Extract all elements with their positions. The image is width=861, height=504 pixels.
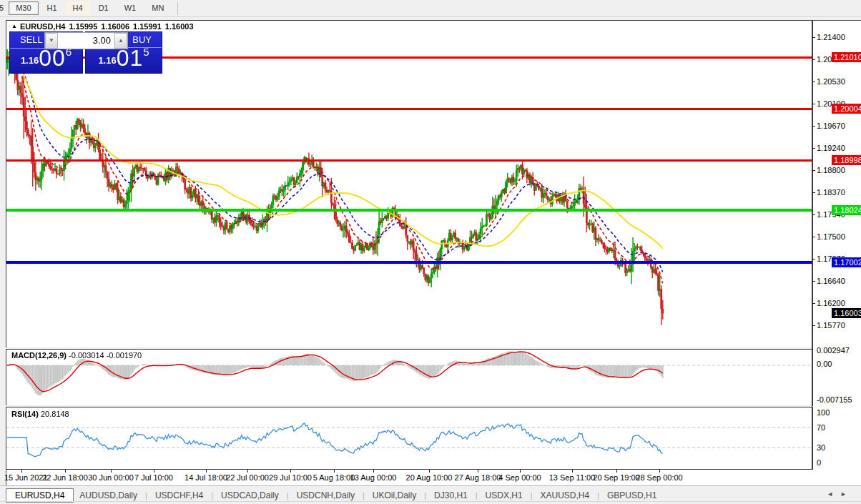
tab-gbpusd-h1[interactable]: GBPUSD,H1 — [606, 489, 658, 502]
title-marker-icon: ▲ — [11, 23, 17, 29]
price-tick-label: 1.16640 — [817, 277, 845, 285]
price-axis-line — [812, 20, 812, 469]
title-open: 1.15995 — [69, 22, 98, 31]
tab-usdx-h1[interactable]: USDX,H1 — [484, 489, 524, 502]
date-tick-label: 22 Jul 00:00 — [226, 473, 269, 482]
price-tick — [812, 325, 815, 326]
date-tick — [21, 470, 22, 473]
price-tick-label: 1.18370 — [817, 188, 845, 197]
tab-separator: | — [424, 491, 426, 500]
sell-price-prefix: 1.16 — [21, 55, 39, 66]
toolbar-timeframe-d1[interactable]: D1 — [92, 1, 116, 15]
tab-separator: | — [211, 491, 213, 500]
buy-price-sup: 5 — [143, 46, 149, 58]
tab-separator: | — [597, 491, 599, 500]
tab-separator: | — [476, 491, 478, 500]
price-tick — [812, 37, 815, 38]
macd-scale-label: 0.002947 — [817, 346, 850, 355]
tab-separator: | — [287, 491, 289, 500]
tab-separator: | — [531, 491, 533, 500]
buy-price-prefix: 1.16 — [98, 55, 116, 66]
tab-ukoil-daily[interactable]: UKOil,Daily — [371, 489, 418, 502]
date-tick-label: 20 Sep 19:00 — [593, 473, 639, 482]
rsi-scale-label: 30 — [817, 443, 825, 452]
horizontal-level-line-1.18024[interactable] — [6, 209, 812, 212]
tabbar-divider — [0, 501, 861, 502]
tab-usdchf-h4[interactable]: USDCHF,H4 — [154, 489, 205, 502]
toolbar-timeframe-5[interactable]: 5 — [0, 1, 7, 15]
rsi-scale-label: 0 — [817, 458, 821, 467]
price-tick — [812, 59, 815, 60]
volume-spinner: ▼ 3.00 ▲ — [44, 32, 128, 49]
tab-eurusd-h4[interactable]: EURUSD,H4 — [6, 488, 74, 503]
price-tick — [812, 214, 815, 215]
tab-usdcnh-daily[interactable]: USDCNH,Daily — [295, 489, 356, 502]
price-tick-label: 1.21400 — [817, 33, 845, 41]
tab-separator: | — [363, 491, 365, 500]
price-tick — [812, 148, 815, 149]
tab-scroll-right-icon[interactable]: ► — [840, 490, 854, 498]
date-tick — [247, 470, 248, 473]
toolbar-timeframe-w1[interactable]: W1 — [117, 1, 144, 15]
price-tick-label: 1.17500 — [817, 232, 845, 241]
macd-scale-label: 0.00 — [817, 360, 832, 368]
volume-increase-button[interactable]: ▲ — [114, 33, 127, 49]
one-click-trading-panel: SELL 1.16006 BUY 1.16015 ▼ 3.00 ▲ — [9, 31, 162, 72]
date-tick — [429, 470, 430, 473]
volume-value[interactable]: 3.00 — [58, 33, 114, 49]
tab-audusd-daily[interactable]: AUDUSD,Daily — [78, 489, 139, 502]
rsi-label: RSI(14) 20.8148 — [11, 410, 69, 418]
price-tick — [812, 303, 815, 304]
horizontal-level-line-1.17002[interactable] — [6, 261, 812, 264]
price-tick-label: 1.15770 — [817, 321, 845, 330]
date-tick-label: 29 Jul 10:00 — [269, 473, 312, 482]
date-tick-label: 27 Aug 18:00 — [455, 473, 501, 482]
date-tick-label: 13 Aug 00:00 — [350, 473, 397, 482]
macd-values: -0.003014 -0.001970 — [69, 351, 142, 360]
title-close: 1.16003 — [165, 22, 194, 31]
date-tick — [154, 470, 154, 473]
date-tick-label: 22 Jun 18:00 — [42, 473, 88, 482]
rsi-canvas[interactable] — [6, 407, 811, 468]
pane-splitter[interactable] — [6, 347, 812, 349]
toolbar-timeframe-h4[interactable]: H4 — [66, 1, 90, 15]
tab-dj30-h1[interactable]: DJ30,H1 — [433, 489, 469, 502]
tab-scroll-left-icon[interactable]: ◄ — [827, 490, 840, 498]
price-level-badge: 1.21010 — [832, 52, 861, 62]
chart-title: ▲EURUSD,H41.159951.160061.159911.16003 — [11, 22, 197, 31]
date-tick — [290, 470, 291, 473]
timeframe-toolbar: 5M30H1H4D1W1MN — [0, 0, 861, 17]
tab-xauusd-h4[interactable]: XAUUSD,H4 — [538, 489, 591, 502]
tab-usdcad-daily[interactable]: USDCAD,Daily — [220, 489, 280, 502]
title-high: 1.16006 — [101, 22, 129, 31]
date-tick-label: 14 Jul 18:00 — [184, 473, 227, 482]
tab-scroll-arrows: ◄► — [827, 490, 854, 498]
date-tick-label: 20 Aug 10:00 — [406, 473, 453, 482]
price-tick — [812, 259, 815, 260]
rsi-scale-label: 70 — [817, 423, 825, 432]
price-tick — [812, 281, 815, 282]
macd-name: MACD(12,26,9) — [11, 351, 67, 360]
price-level-badge: 1.20004 — [832, 104, 861, 114]
price-tick — [812, 126, 815, 127]
chart-tabs: EURUSD,H4AUDUSD,Daily|USDCHF,H4|USDCAD,D… — [6, 488, 658, 503]
pane-splitter[interactable] — [6, 405, 812, 407]
price-tick — [812, 104, 815, 104]
toolbar-timeframe-h1[interactable]: H1 — [40, 1, 64, 15]
date-tick-label: 4 Sep 00:00 — [498, 473, 541, 482]
toolbar-timeframe-m30[interactable]: M30 — [9, 1, 38, 15]
price-tick — [812, 170, 815, 171]
date-tick-label: 28 Sep 00:00 — [636, 473, 682, 482]
date-tick — [478, 470, 478, 473]
macd-label: MACD(12,26,9) -0.003014 -0.001970 — [11, 351, 142, 360]
price-tick — [812, 192, 815, 193]
date-tick-label: 5 Aug 18:00 — [313, 473, 355, 482]
volume-decrease-button[interactable]: ▼ — [45, 33, 58, 49]
price-tick — [812, 237, 815, 237]
horizontal-level-line-1.18998[interactable] — [6, 159, 812, 162]
rsi-value: 20.8148 — [41, 410, 69, 418]
current-price-badge: 1.16003 — [832, 308, 861, 318]
toolbar-timeframe-mn[interactable]: MN — [144, 1, 171, 15]
horizontal-level-line-1.20004[interactable] — [6, 108, 812, 110]
title-low: 1.15991 — [133, 22, 162, 31]
